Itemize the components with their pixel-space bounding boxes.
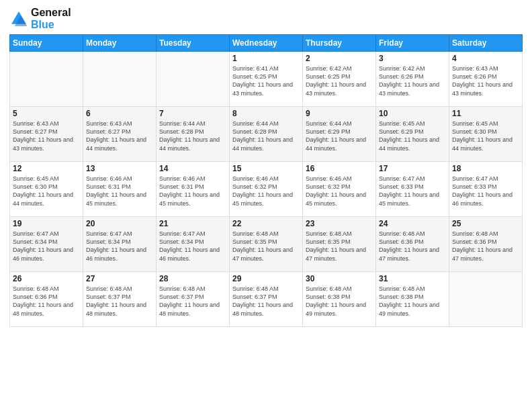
weekday-header-sunday: Sunday (10, 35, 83, 52)
day-info: Sunrise: 6:45 AM Sunset: 6:29 PM Dayligh… (379, 120, 446, 152)
calendar-cell (83, 52, 157, 107)
day-info: Sunrise: 6:48 AM Sunset: 6:36 PM Dayligh… (452, 230, 519, 263)
day-info: Sunrise: 6:44 AM Sunset: 6:28 PM Dayligh… (159, 120, 226, 152)
day-info: Sunrise: 6:47 AM Sunset: 6:33 PM Dayligh… (379, 175, 446, 208)
day-info: Sunrise: 6:44 AM Sunset: 6:28 PM Dayligh… (232, 120, 300, 152)
day-number: 19 (13, 219, 80, 228)
day-number: 4 (452, 54, 519, 63)
day-number: 3 (379, 54, 446, 63)
day-info: Sunrise: 6:48 AM Sunset: 6:38 PM Dayligh… (306, 285, 373, 318)
header: General Blue (9, 7, 523, 30)
day-info: Sunrise: 6:43 AM Sunset: 6:27 PM Dayligh… (86, 120, 153, 152)
day-number: 2 (306, 54, 373, 63)
page: General Blue SundayMondayTuesdayWednesda… (0, 0, 532, 411)
calendar-cell: 31Sunrise: 6:48 AM Sunset: 6:38 PM Dayli… (376, 272, 449, 327)
day-info: Sunrise: 6:46 AM Sunset: 6:32 PM Dayligh… (232, 175, 300, 208)
day-info: Sunrise: 6:44 AM Sunset: 6:29 PM Dayligh… (306, 120, 373, 152)
day-number: 29 (232, 274, 300, 283)
calendar-cell: 12Sunrise: 6:45 AM Sunset: 6:30 PM Dayli… (10, 162, 83, 217)
day-info: Sunrise: 6:48 AM Sunset: 6:35 PM Dayligh… (306, 230, 373, 263)
day-number: 21 (159, 219, 226, 228)
calendar-cell: 24Sunrise: 6:48 AM Sunset: 6:36 PM Dayli… (376, 217, 449, 272)
calendar: SundayMondayTuesdayWednesdayThursdayFrid… (9, 34, 523, 327)
calendar-cell (10, 52, 83, 107)
logo-text: General Blue (31, 7, 71, 30)
calendar-cell: 28Sunrise: 6:48 AM Sunset: 6:37 PM Dayli… (157, 272, 230, 327)
day-number: 22 (232, 219, 300, 228)
day-info: Sunrise: 6:48 AM Sunset: 6:37 PM Dayligh… (86, 285, 153, 318)
day-info: Sunrise: 6:46 AM Sunset: 6:31 PM Dayligh… (159, 175, 226, 208)
day-info: Sunrise: 6:47 AM Sunset: 6:34 PM Dayligh… (159, 230, 226, 263)
day-number: 30 (306, 274, 373, 283)
logo: General Blue (9, 7, 71, 30)
day-number: 5 (13, 109, 80, 118)
calendar-cell: 9Sunrise: 6:44 AM Sunset: 6:29 PM Daylig… (303, 107, 376, 162)
day-number: 16 (306, 164, 373, 173)
calendar-cell: 29Sunrise: 6:48 AM Sunset: 6:37 PM Dayli… (230, 272, 303, 327)
calendar-cell: 1Sunrise: 6:41 AM Sunset: 6:25 PM Daylig… (230, 52, 303, 107)
day-info: Sunrise: 6:43 AM Sunset: 6:26 PM Dayligh… (452, 64, 519, 97)
day-number: 13 (86, 164, 153, 173)
calendar-cell: 7Sunrise: 6:44 AM Sunset: 6:28 PM Daylig… (157, 107, 230, 162)
day-number: 31 (379, 274, 446, 283)
day-info: Sunrise: 6:45 AM Sunset: 6:30 PM Dayligh… (13, 175, 80, 208)
weekday-header-friday: Friday (376, 35, 449, 52)
day-number: 20 (86, 219, 153, 228)
day-number: 14 (159, 164, 226, 173)
calendar-cell: 26Sunrise: 6:48 AM Sunset: 6:36 PM Dayli… (10, 272, 83, 327)
day-info: Sunrise: 6:48 AM Sunset: 6:37 PM Dayligh… (232, 285, 300, 318)
day-number: 6 (86, 109, 153, 118)
calendar-cell: 2Sunrise: 6:42 AM Sunset: 6:25 PM Daylig… (303, 52, 376, 107)
day-info: Sunrise: 6:42 AM Sunset: 6:26 PM Dayligh… (379, 64, 446, 97)
day-number: 9 (306, 109, 373, 118)
calendar-cell: 25Sunrise: 6:48 AM Sunset: 6:36 PM Dayli… (449, 217, 523, 272)
day-info: Sunrise: 6:48 AM Sunset: 6:38 PM Dayligh… (379, 285, 446, 318)
weekday-header-monday: Monday (83, 35, 157, 52)
calendar-cell: 27Sunrise: 6:48 AM Sunset: 6:37 PM Dayli… (83, 272, 157, 327)
day-number: 26 (13, 274, 80, 283)
weekday-header-thursday: Thursday (303, 35, 376, 52)
day-number: 18 (452, 164, 519, 173)
day-number: 23 (306, 219, 373, 228)
calendar-cell (449, 272, 523, 327)
calendar-cell: 6Sunrise: 6:43 AM Sunset: 6:27 PM Daylig… (83, 107, 157, 162)
day-info: Sunrise: 6:48 AM Sunset: 6:35 PM Dayligh… (232, 230, 300, 263)
day-info: Sunrise: 6:45 AM Sunset: 6:30 PM Dayligh… (452, 120, 519, 152)
day-number: 12 (13, 164, 80, 173)
calendar-cell: 10Sunrise: 6:45 AM Sunset: 6:29 PM Dayli… (376, 107, 449, 162)
calendar-cell: 13Sunrise: 6:46 AM Sunset: 6:31 PM Dayli… (83, 162, 157, 217)
day-number: 28 (159, 274, 226, 283)
calendar-cell: 4Sunrise: 6:43 AM Sunset: 6:26 PM Daylig… (449, 52, 523, 107)
calendar-cell: 5Sunrise: 6:43 AM Sunset: 6:27 PM Daylig… (10, 107, 83, 162)
calendar-cell: 15Sunrise: 6:46 AM Sunset: 6:32 PM Dayli… (230, 162, 303, 217)
day-number: 25 (452, 219, 519, 228)
day-number: 8 (232, 109, 300, 118)
calendar-cell: 23Sunrise: 6:48 AM Sunset: 6:35 PM Dayli… (303, 217, 376, 272)
day-info: Sunrise: 6:47 AM Sunset: 6:34 PM Dayligh… (13, 230, 80, 263)
calendar-cell: 21Sunrise: 6:47 AM Sunset: 6:34 PM Dayli… (157, 217, 230, 272)
calendar-cell: 22Sunrise: 6:48 AM Sunset: 6:35 PM Dayli… (230, 217, 303, 272)
day-number: 24 (379, 219, 446, 228)
calendar-cell: 30Sunrise: 6:48 AM Sunset: 6:38 PM Dayli… (303, 272, 376, 327)
day-info: Sunrise: 6:42 AM Sunset: 6:25 PM Dayligh… (306, 64, 373, 97)
weekday-header-wednesday: Wednesday (230, 35, 303, 52)
calendar-cell: 17Sunrise: 6:47 AM Sunset: 6:33 PM Dayli… (376, 162, 449, 217)
day-info: Sunrise: 6:47 AM Sunset: 6:34 PM Dayligh… (86, 230, 153, 263)
day-number: 7 (159, 109, 226, 118)
calendar-cell: 16Sunrise: 6:46 AM Sunset: 6:32 PM Dayli… (303, 162, 376, 217)
calendar-cell (157, 52, 230, 107)
day-info: Sunrise: 6:41 AM Sunset: 6:25 PM Dayligh… (232, 64, 300, 97)
day-info: Sunrise: 6:43 AM Sunset: 6:27 PM Dayligh… (13, 120, 80, 152)
weekday-header-saturday: Saturday (449, 35, 523, 52)
calendar-cell: 11Sunrise: 6:45 AM Sunset: 6:30 PM Dayli… (449, 107, 523, 162)
logo-icon (9, 9, 28, 28)
day-number: 27 (86, 274, 153, 283)
day-info: Sunrise: 6:46 AM Sunset: 6:31 PM Dayligh… (86, 175, 153, 208)
calendar-cell: 18Sunrise: 6:47 AM Sunset: 6:33 PM Dayli… (449, 162, 523, 217)
day-info: Sunrise: 6:48 AM Sunset: 6:36 PM Dayligh… (13, 285, 80, 318)
day-number: 11 (452, 109, 519, 118)
day-number: 1 (232, 54, 300, 63)
day-number: 17 (379, 164, 446, 173)
calendar-cell: 14Sunrise: 6:46 AM Sunset: 6:31 PM Dayli… (157, 162, 230, 217)
calendar-cell: 19Sunrise: 6:47 AM Sunset: 6:34 PM Dayli… (10, 217, 83, 272)
